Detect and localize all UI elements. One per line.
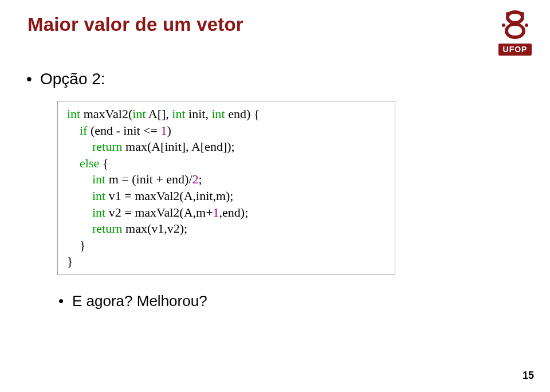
code-line-1: int maxVal2(int A[], int init, int end) … — [67, 106, 388, 123]
code-box: int maxVal2(int A[], int init, int end) … — [57, 101, 395, 275]
code-line-8: return max(v1,v2); — [67, 221, 388, 237]
code-line-2: if (end - init <= 1) — [67, 123, 388, 139]
bullet-main: Opção 2: int maxVal2(int A[], int init, … — [40, 70, 524, 310]
content-area: Opção 2: int maxVal2(int A[], int init, … — [26, 70, 524, 310]
svg-point-1 — [506, 12, 509, 15]
bullet-main-text: Opção 2: — [40, 70, 105, 88]
code-line-7: int v2 = maxVal2(A,m+1,end); — [67, 205, 388, 221]
code-line-9: } — [67, 237, 388, 254]
svg-point-2 — [521, 12, 524, 15]
code-line-6: int v1 = maxVal2(A,init,m); — [67, 188, 388, 205]
ufop-logo-text: UFOP — [498, 44, 532, 56]
ufop-logo: UFOP — [495, 8, 535, 56]
page-title: Maior valor de um vetor — [28, 14, 524, 36]
slide: Maior valor de um vetor UFOP Opção 2: in… — [0, 0, 550, 392]
code-line-4: else { — [67, 155, 388, 172]
svg-point-3 — [502, 23, 505, 27]
svg-point-4 — [525, 23, 528, 27]
page-number: 15 — [522, 370, 534, 382]
code-line-3: return max(A[init], A[end]); — [67, 139, 388, 155]
bullet-sub-text: E agora? Melhorou? — [72, 292, 207, 309]
bullet-sub: E agora? Melhorou? — [72, 292, 524, 310]
code-line-10: } — [67, 253, 388, 270]
code-line-5: int m = (init + end)/2; — [67, 171, 388, 188]
ufop-crest-icon — [498, 8, 532, 40]
